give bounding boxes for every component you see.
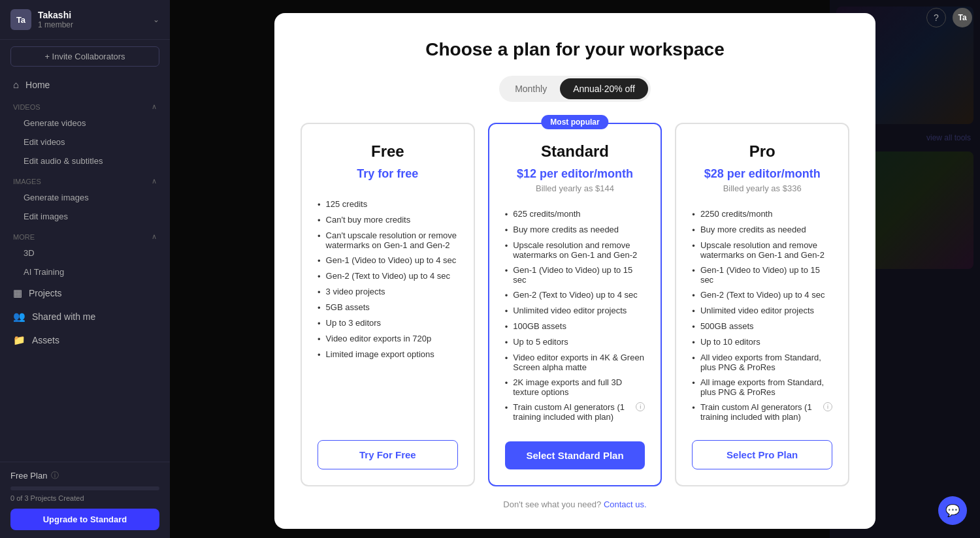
workspace-avatar: Ta (10, 9, 31, 30)
pro-plan-button[interactable]: Select Pro Plan (692, 440, 832, 469)
std-feature-10: Train custom AI generators (1 training i… (505, 400, 645, 424)
sidebar-item-home[interactable]: ⌂ Home (0, 73, 170, 96)
workspace-members: 1 member (38, 20, 73, 29)
sidebar-item-projects[interactable]: ▦ Projects (0, 281, 170, 305)
plans-grid: Free Try for free 125 credits Can't buy … (301, 123, 849, 486)
projects-created-label: 0 of 3 Projects Created (10, 494, 159, 502)
footer-text: Don't see what you need? (503, 499, 601, 509)
chevron-up-icon-images: ∧ (152, 177, 157, 185)
pro-feature-8: All video exports from Standard, plus PN… (692, 350, 832, 375)
sidebar: Ta Takashi 1 member ⌄ + Invite Collabora… (0, 0, 170, 538)
std-feature-0: 625 credits/month (505, 206, 645, 222)
free-plan-section: Free Plan ⓘ 0 of 3 Projects Created Upgr… (0, 462, 170, 538)
std-feature-4: Gen-2 (Text to Video) up to 4 sec (505, 287, 645, 303)
main-area: view all tools ? Ta Choose a plan for yo… (170, 0, 980, 538)
pro-feature-3: Gen-1 (Video to Video) up to 15 sec (692, 262, 832, 287)
top-right-controls: ? Ta (926, 8, 972, 27)
upgrade-button[interactable]: Upgrade to Standard (10, 509, 159, 530)
std-feature-7: Up to 5 editors (505, 334, 645, 350)
std-feature-1: Buy more credits as needed (505, 222, 645, 238)
free-feature-1: Can't buy more credits (318, 212, 458, 228)
free-feature-7: Up to 3 editors (318, 315, 458, 331)
most-popular-badge: Most popular (541, 115, 608, 129)
standard-plan-button[interactable]: Select Standard Plan (505, 441, 645, 469)
pro-feature-9: All image exports from Standard, plus PN… (692, 375, 832, 400)
sidebar-item-shared-label: Shared with me (32, 311, 95, 322)
billing-monthly-button[interactable]: Monthly (502, 78, 560, 99)
projects-progress-bar (10, 486, 159, 490)
user-avatar[interactable]: Ta (953, 8, 972, 27)
shared-icon: 👥 (13, 311, 25, 323)
sidebar-item-assets[interactable]: 📁 Assets (0, 328, 170, 352)
sidebar-item-generate-videos[interactable]: Generate videos (0, 114, 170, 133)
workspace-name: Takashi (38, 10, 73, 20)
free-feature-6: 5GB assets (318, 300, 458, 315)
free-feature-3: Gen-1 (Video to Video) up to 4 sec (318, 253, 458, 268)
pricing-modal: Choose a plan for your workspace Monthly… (274, 13, 875, 529)
sidebar-item-edit-audio[interactable]: Edit audio & subtitles (0, 151, 170, 170)
free-plan-features: 125 credits Can't buy more credits Can't… (318, 197, 458, 424)
sidebar-item-generate-images[interactable]: Generate images (0, 188, 170, 207)
footer-contact-link[interactable]: Contact us. (604, 499, 647, 509)
std-feature-2: Upscale resolution and remove watermarks… (505, 238, 645, 262)
standard-plan-card: Most popular Standard $12 per editor/mon… (488, 123, 662, 486)
free-plan-name: Free (318, 142, 458, 161)
standard-plan-price: $12 per editor/month (505, 167, 645, 181)
modal-title: Choose a plan for your workspace (301, 39, 849, 60)
free-feature-5: 3 video projects (318, 284, 458, 300)
free-plan-button[interactable]: Try For Free (318, 440, 458, 469)
sidebar-section-more: MORE ∧ (0, 226, 170, 244)
standard-plan-name: Standard (505, 142, 645, 161)
std-feature-8: Video editor exports in 4K & Green Scree… (505, 350, 645, 375)
free-feature-9: Limited image export options (318, 347, 458, 362)
std-feature-5: Unlimited video editor projects (505, 303, 645, 319)
free-plan-label-text: Free Plan (10, 471, 47, 481)
pro-feature-6: 500GB assets (692, 319, 832, 334)
pro-feature-4: Gen-2 (Text to Video) up to 4 sec (692, 287, 832, 303)
pro-plan-billed: Billed yearly as $336 (692, 183, 832, 193)
pro-feature-0: 2250 credits/month (692, 206, 832, 222)
projects-icon: ▦ (13, 287, 22, 299)
sidebar-item-shared[interactable]: 👥 Shared with me (0, 305, 170, 328)
std-feature-10-info-icon: i (636, 402, 645, 411)
invite-collaborators-button[interactable]: + Invite Collaborators (10, 46, 159, 67)
workspace-chevron-icon[interactable]: ⌄ (153, 15, 159, 24)
sidebar-section-images: IMAGES ∧ (0, 170, 170, 188)
assets-icon: 📁 (13, 334, 25, 346)
pro-feature-7: Up to 10 editors (692, 334, 832, 350)
sidebar-item-home-label: Home (25, 80, 50, 90)
free-plan-info-icon: ⓘ (51, 470, 59, 481)
pro-plan-price: $28 per editor/month (692, 167, 832, 181)
help-button[interactable]: ? (926, 8, 946, 27)
pro-feature-1: Buy more credits as needed (692, 222, 832, 238)
free-feature-8: Video editor exports in 720p (318, 331, 458, 347)
billing-annual-button[interactable]: Annual·20% off (560, 78, 648, 99)
sidebar-item-projects-label: Projects (29, 288, 62, 298)
sidebar-item-assets-label: Assets (32, 335, 59, 345)
home-icon: ⌂ (13, 79, 19, 90)
pro-plan-features: 2250 credits/month Buy more credits as n… (692, 206, 832, 424)
chevron-up-icon: ∧ (152, 103, 157, 111)
sidebar-item-edit-videos[interactable]: Edit videos (0, 133, 170, 151)
pro-feature-10-info-icon: i (823, 402, 832, 411)
chevron-up-icon-more: ∧ (152, 232, 157, 241)
free-feature-2: Can't upscale resolution or remove water… (318, 228, 458, 253)
standard-plan-billed: Billed yearly as $144 (505, 183, 645, 193)
sidebar-section-videos: VIDEOS ∧ (0, 96, 170, 114)
modal-overlay: Choose a plan for your workspace Monthly… (170, 0, 980, 538)
chat-fab-button[interactable]: 💬 (938, 496, 967, 525)
modal-footer: Don't see what you need? Contact us. (301, 499, 849, 509)
std-feature-9: 2K image exports and full 3D texture opt… (505, 375, 645, 400)
free-feature-4: Gen-2 (Text to Video) up to 4 sec (318, 268, 458, 284)
free-plan-price[interactable]: Try for free (318, 167, 458, 181)
pro-plan-card: Pro $28 per editor/month Billed yearly a… (675, 123, 849, 486)
sidebar-item-edit-images[interactable]: Edit images (0, 207, 170, 226)
pro-feature-10: Train custom AI generators (1 training i… (692, 400, 832, 424)
free-plan-card: Free Try for free 125 credits Can't buy … (301, 123, 475, 486)
pro-plan-name: Pro (692, 142, 832, 161)
std-feature-6: 100GB assets (505, 319, 645, 334)
pro-feature-5: Unlimited video editor projects (692, 303, 832, 319)
sidebar-item-ai-training[interactable]: AI Training (0, 262, 170, 281)
sidebar-item-3d[interactable]: 3D (0, 244, 170, 262)
workspace-header: Ta Takashi 1 member ⌄ (0, 0, 170, 40)
